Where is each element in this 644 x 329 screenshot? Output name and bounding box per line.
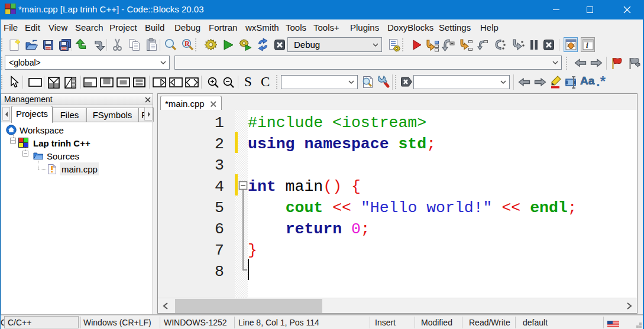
svg-text:R: R — [185, 40, 190, 48]
svg-text:i: i — [586, 41, 588, 50]
